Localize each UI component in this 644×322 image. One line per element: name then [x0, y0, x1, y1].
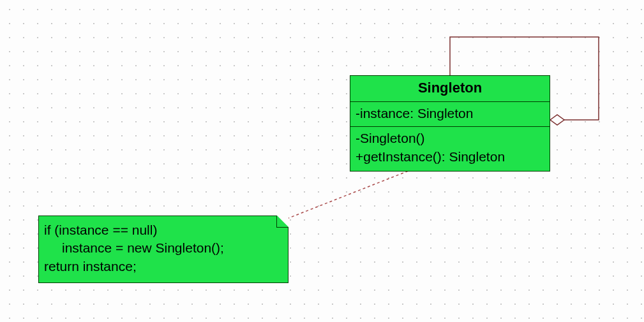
class-name: Singleton	[350, 76, 550, 102]
note-line: instance = new Singleton();	[44, 239, 283, 257]
class-operations: -Singleton() +getInstance(): Singleton	[350, 127, 550, 171]
uml-note: if (instance == null) instance = new Sin…	[38, 216, 288, 283]
attribute-row: -instance: Singleton	[356, 105, 544, 122]
note-line: if (instance == null)	[44, 221, 283, 239]
class-attributes: -instance: Singleton	[350, 102, 550, 127]
operation-row: -Singleton()	[356, 129, 544, 147]
uml-class-singleton: Singleton -instance: Singleton -Singleto…	[350, 75, 550, 172]
note-line: return instance;	[44, 258, 283, 275]
note-fold-icon	[276, 216, 288, 228]
operation-row: +getInstance(): Singleton	[356, 148, 544, 166]
